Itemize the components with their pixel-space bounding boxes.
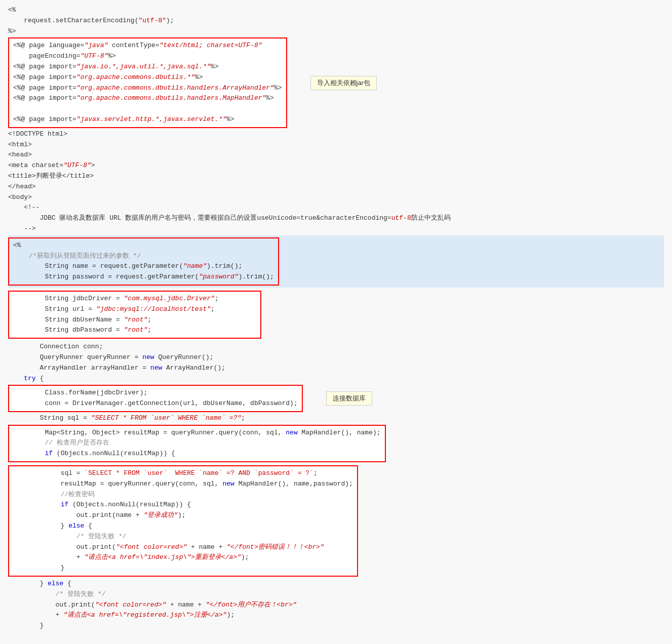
else-block-code: } else { /* 登陆失败 */ out.print("<font col… [8, 579, 664, 644]
annotation-imports: 导入相关依赖jar包 [310, 76, 377, 90]
code-area: <% request.setCharacterEncoding("utf-8")… [8, 5, 664, 36]
inner-query-section: sql = `SELECT * FROM `user` WHERE `name`… [8, 464, 664, 578]
connection-code: Class.forName(jdbcDriver); conn = Driver… [13, 388, 298, 409]
connection-setup-code: Connection conn; QueryRunner queryRunner… [8, 342, 664, 384]
connection-block: Class.forName(jdbcDriver); conn = Driver… [8, 384, 664, 413]
params-section: <% /*获取到从登陆页面传过来的参数 */ String name = req… [8, 235, 664, 288]
query-code: Map<String, Object> resultMap = queryRun… [13, 428, 381, 459]
jdbc-section: String jdbcDriver = "com.mysql.jdbc.Driv… [8, 290, 664, 340]
inner-query-code: sql = `SELECT * FROM `user` WHERE `name`… [13, 468, 353, 574]
query-section: Map<String, Object> resultMap = queryRun… [8, 424, 664, 463]
imports-section: <%@ page language="java" contentType="te… [8, 36, 664, 129]
top-comment: <% request.setCharacterEncoding("utf-8")… [8, 6, 174, 35]
annotation-connection: 连接数据库 [326, 391, 372, 406]
params-code: <% /*获取到从登陆页面传过来的参数 */ String name = req… [13, 240, 274, 283]
sql-query-code: String sql = "SELECT * FROM `user` WHERE… [8, 413, 664, 424]
html-structure-code: <!DOCTYPE html> <html> <head> <meta char… [8, 129, 664, 234]
imports-code: <%@ page language="java" contentType="te… [13, 41, 282, 125]
jdbc-code: String jdbcDriver = "com.mysql.jdbc.Driv… [13, 294, 256, 336]
